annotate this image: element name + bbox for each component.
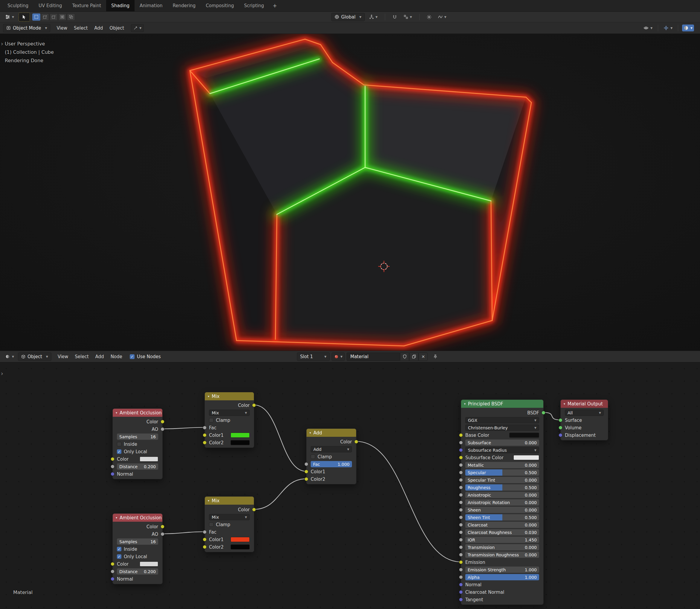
socket-normal[interactable] (111, 472, 115, 476)
node-header[interactable]: ▾Mix (205, 392, 254, 400)
socket-tangent[interactable] (459, 598, 463, 602)
socket-bsdf[interactable] (542, 411, 545, 415)
node-header[interactable]: ▾Mix (205, 497, 254, 505)
menu-add[interactable]: Add (92, 351, 107, 362)
field-roughness[interactable]: Roughness0.500 (465, 484, 539, 491)
select-mix[interactable]: Mix▼ (209, 514, 250, 520)
new-workspace-button[interactable]: + (269, 3, 280, 9)
select-mode-new-button[interactable] (32, 14, 40, 21)
pivot-point-button[interactable]: ▼ (367, 13, 380, 21)
select-mode-extend-button[interactable] (41, 14, 49, 21)
node-ao1[interactable]: ▾Ambient OcclusionColorAOSamples16Inside… (112, 408, 163, 479)
socket-color2[interactable] (203, 545, 207, 549)
socket-clearcoat[interactable] (459, 523, 463, 527)
menu-node[interactable]: Node (107, 351, 126, 362)
socket-subsurface-color[interactable] (459, 456, 463, 459)
workspace-tab-texture-paint[interactable]: Texture Paint (67, 0, 106, 11)
select-christensen-burley[interactable]: Christensen-Burley▼ (465, 424, 539, 431)
socket-displacement[interactable] (559, 433, 562, 437)
socket-color[interactable] (354, 440, 358, 444)
socket-transmission-roughness[interactable] (459, 553, 463, 557)
field-specular-tint[interactable]: Specular Tint0.000 (465, 477, 539, 483)
menu-select[interactable]: Select (71, 22, 91, 34)
socket-clearcoat-roughness[interactable] (459, 530, 463, 534)
new-material-button[interactable] (409, 352, 418, 361)
socket-anisotropic[interactable] (459, 493, 463, 497)
checkbox-inside[interactable]: ✓ (117, 547, 121, 551)
swatch-color2[interactable] (230, 544, 250, 550)
socket-fac[interactable] (304, 462, 308, 466)
shader-type-dropdown[interactable]: Object ▼ (18, 352, 51, 361)
socket-color[interactable] (111, 457, 115, 461)
socket-subsurface-radius[interactable] (459, 448, 463, 452)
node-header[interactable]: ▾Add (307, 429, 356, 437)
node-add1[interactable]: ▾AddColorAdd▼ClampFac1.000Color1Color2 (306, 429, 356, 484)
node-header[interactable]: ▾Material Output (561, 400, 608, 408)
active-tool-button[interactable] (19, 13, 30, 21)
field-clearcoat[interactable]: Clearcoat0.000 (465, 522, 539, 528)
slot-dropdown[interactable]: Slot 1 ▼ (297, 352, 330, 361)
swatch-subsurface-color[interactable] (513, 455, 539, 460)
field-clearcoat-roughness[interactable]: Clearcoat Roughness0.030 (465, 529, 539, 536)
fake-user-button[interactable] (400, 352, 409, 361)
field-transmission-roughness[interactable]: Transmission Roughness0.000 (465, 552, 539, 558)
socket-color[interactable] (252, 403, 256, 407)
socket-specular[interactable] (459, 471, 463, 474)
field-sheen[interactable]: Sheen0.000 (465, 507, 539, 513)
socket-surface[interactable] (559, 418, 562, 422)
socket-alpha[interactable] (459, 575, 463, 579)
field-distance[interactable]: Distance0.200 (117, 464, 158, 470)
field-specular[interactable]: Specular0.500 (465, 469, 539, 476)
select-mix[interactable]: Mix▼ (209, 410, 250, 416)
snap-target-button[interactable]: ▼ (402, 13, 414, 21)
workspace-tab-sculpting[interactable]: Sculpting (2, 0, 34, 11)
node-editor[interactable]: ▾Ambient OcclusionColorAOSamples16Inside… (0, 362, 700, 609)
field-ior[interactable]: IOR1.450 (465, 537, 539, 543)
socket-color2[interactable] (203, 441, 207, 445)
socket-fac[interactable] (203, 426, 207, 430)
workspace-tab-rendering[interactable]: Rendering (168, 0, 201, 11)
use-nodes-checkbox[interactable]: ✓ Use Nodes (130, 354, 161, 359)
select-mode-intersect-button[interactable] (67, 14, 75, 21)
node-mix2[interactable]: ▾MixColorMix▼ClampFacColor1Color2 (205, 496, 254, 552)
node-header[interactable]: ▾Principled BSDF (461, 400, 543, 408)
menu-view[interactable]: View (53, 22, 71, 34)
field-distance[interactable]: Distance0.200 (117, 568, 158, 575)
editor-type-button[interactable]: ▼ (3, 352, 16, 361)
menu-object[interactable]: Object (106, 22, 127, 34)
socket-color[interactable] (111, 562, 115, 566)
browse-material-button[interactable]: ▼ (332, 352, 345, 361)
socket-color1[interactable] (304, 470, 308, 473)
collapse-icon[interactable]: ▾ (208, 499, 209, 502)
checkbox-clamp[interactable] (209, 522, 213, 527)
checkbox-only-local[interactable]: ✓ (117, 449, 121, 454)
socket-color[interactable] (252, 508, 256, 511)
menu-view[interactable]: View (54, 351, 72, 362)
collapse-icon[interactable]: ▾ (464, 402, 466, 405)
socket-ior[interactable] (459, 538, 463, 542)
collapse-icon[interactable]: ▾ (564, 402, 565, 405)
swatch-color1[interactable] (230, 433, 250, 438)
swatch-base-color[interactable] (509, 433, 539, 438)
checkbox-clamp[interactable] (209, 418, 213, 422)
snap-toggle-button[interactable] (390, 13, 399, 21)
select-ggx[interactable]: GGX▼ (465, 417, 539, 423)
select-add[interactable]: Add▼ (311, 446, 352, 452)
collapse-icon[interactable]: ▾ (116, 411, 117, 414)
menu-select[interactable]: Select (71, 351, 92, 362)
collapse-icon[interactable]: ▾ (310, 431, 311, 434)
socket-base-color[interactable] (459, 433, 463, 437)
socket-sheen[interactable] (459, 508, 463, 512)
node-header[interactable]: ▾Ambient Occlusion (113, 514, 162, 522)
socket-sheen-tint[interactable] (459, 516, 463, 519)
socket-normal[interactable] (111, 577, 115, 581)
toolbar-toggle-chevron[interactable]: › (1, 40, 3, 47)
field-anisotropic[interactable]: Anisotropic0.000 (465, 492, 539, 498)
socket-emission[interactable] (459, 560, 463, 564)
workspace-tab-compositing[interactable]: Compositing (200, 0, 239, 11)
socket-color[interactable] (161, 525, 164, 528)
tool-context-button[interactable]: ▼ (3, 13, 16, 21)
socket-transmission[interactable] (459, 545, 463, 549)
select-subsurface-radius[interactable]: Subsurface Radius▼ (465, 447, 539, 453)
socket-color1[interactable] (203, 538, 207, 541)
